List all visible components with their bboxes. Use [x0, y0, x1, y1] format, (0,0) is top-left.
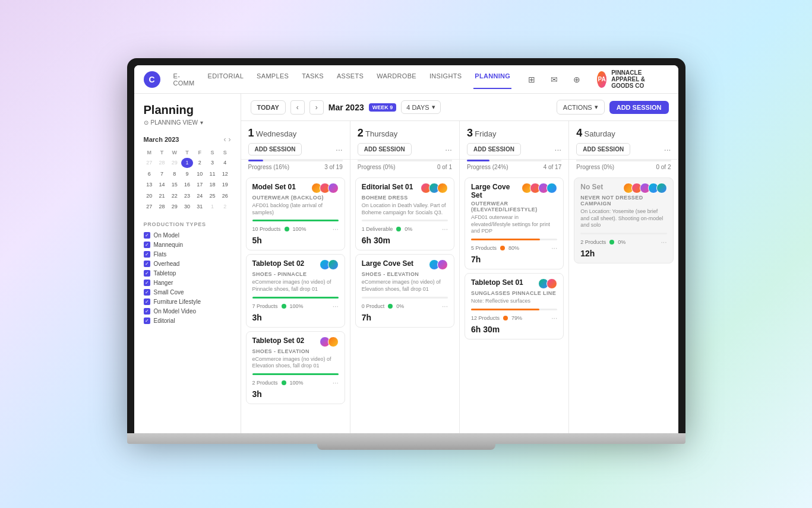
prod-checkbox[interactable]	[144, 270, 150, 277]
nav-item-editorial[interactable]: EDITORIAL	[207, 70, 245, 89]
prod-checkbox[interactable]	[144, 251, 150, 258]
mini-cal-day[interactable]: 9	[181, 169, 192, 179]
mini-cal-day[interactable]: 2	[194, 158, 206, 168]
add-session-friday[interactable]: ADD SESSION	[467, 143, 521, 155]
add-session-saturday[interactable]: ADD SESSION	[576, 143, 630, 155]
prod-checkbox[interactable]	[144, 280, 150, 286]
mini-cal-day[interactable]: 23	[181, 191, 192, 201]
mini-cal-day[interactable]: 26	[219, 191, 230, 201]
mini-cal-day[interactable]: 11	[207, 169, 218, 179]
session-more[interactable]: ···	[442, 225, 448, 233]
prod-checkbox[interactable]	[144, 289, 150, 296]
day-more-thursday[interactable]: ···	[445, 145, 452, 154]
mini-cal-day-today[interactable]: 1	[181, 158, 192, 168]
app-logo[interactable]: C	[144, 71, 160, 88]
mini-cal-day[interactable]: 6	[144, 169, 155, 179]
view-label[interactable]: ⊙ PLANNING VIEW ▾	[144, 119, 231, 126]
grid-icon[interactable]: ⊞	[523, 71, 540, 88]
mini-cal-day[interactable]: 18	[207, 180, 218, 190]
mini-cal-day[interactable]: 29	[169, 202, 180, 212]
actions-button[interactable]: ACTIONS ▾	[557, 100, 605, 115]
nav-item-planning[interactable]: PLANNING	[473, 70, 511, 89]
session-more[interactable]: ···	[442, 302, 448, 310]
prod-checkbox[interactable]	[144, 242, 150, 248]
session-more[interactable]: ···	[333, 302, 339, 310]
mini-cal-day[interactable]: 16	[181, 180, 192, 190]
session-card[interactable]: Editorial Set 01 BOHEME DRESS	[355, 177, 454, 250]
mail-icon[interactable]: ✉	[546, 71, 563, 88]
prod-type-overhead[interactable]: Overhead	[144, 261, 231, 267]
day-more-friday[interactable]: ···	[555, 145, 562, 154]
user-menu[interactable]: PA PINNACLE APPAREL & GOODS CO	[597, 69, 668, 89]
add-session-thursday[interactable]: ADD SESSION	[358, 143, 412, 155]
mini-cal-day[interactable]: 19	[219, 180, 230, 190]
prod-checkbox[interactable]	[144, 232, 150, 239]
session-card[interactable]: Tabletop Set 02 SHOES - PINNACLE eCommer…	[246, 254, 345, 327]
prod-type-on-model-video[interactable]: On Model Video	[144, 308, 231, 315]
nav-item-tasks[interactable]: TASKS	[301, 70, 325, 89]
session-card[interactable]: Model Set 01 OUTERWEAR (BACKLOG)	[246, 177, 345, 250]
prod-type-editorial[interactable]: Editorial	[144, 318, 231, 324]
mini-cal-day[interactable]: 1	[207, 202, 218, 212]
day-more-wednesday[interactable]: ···	[336, 145, 343, 154]
mini-cal-day[interactable]: 2	[219, 202, 230, 212]
prod-type-mannequin[interactable]: Mannequin	[144, 242, 231, 248]
mini-cal-day[interactable]: 20	[144, 191, 155, 201]
session-card[interactable]: Tabletop Set 02 SHOES - ELEVATION eComme…	[246, 331, 345, 404]
nav-item-ecomm[interactable]: E-COMM	[172, 70, 196, 89]
nav-item-wardrobe[interactable]: WARDROBE	[375, 70, 418, 89]
session-card[interactable]: Large Cove Set	[465, 177, 564, 269]
globe-icon[interactable]: ⊕	[568, 71, 585, 88]
nav-item-samples[interactable]: SAMPLES	[255, 70, 290, 89]
day-more-saturday[interactable]: ···	[664, 145, 671, 154]
session-card-no-set[interactable]: No Set	[574, 177, 673, 263]
prod-checkbox[interactable]	[144, 318, 150, 324]
prod-type-hanger[interactable]: Hanger	[144, 280, 231, 286]
prod-type-small-cove[interactable]: Small Cove	[144, 289, 231, 296]
prod-checkbox[interactable]	[144, 308, 150, 315]
mini-cal-day[interactable]: 7	[156, 169, 168, 179]
next-button[interactable]: ›	[309, 100, 324, 115]
mini-cal-day[interactable]: 12	[219, 169, 230, 179]
mini-cal-day[interactable]: 28	[156, 158, 168, 168]
session-more[interactable]: ···	[551, 314, 557, 322]
mini-cal-day[interactable]: 8	[169, 169, 180, 179]
prod-checkbox[interactable]	[144, 299, 150, 305]
prod-type-flats[interactable]: Flats	[144, 251, 231, 258]
mini-cal-day[interactable]: 25	[207, 191, 218, 201]
mini-cal-day[interactable]: 27	[144, 158, 155, 168]
prod-type-on-model[interactable]: On Model	[144, 232, 231, 239]
mini-cal-day[interactable]: 28	[156, 202, 168, 212]
session-card[interactable]: Large Cove Set SHOES - ELEVATION eCommer…	[355, 254, 454, 327]
prev-button[interactable]: ‹	[290, 100, 305, 115]
mini-cal-day[interactable]: 22	[169, 191, 180, 201]
mini-cal-day[interactable]: 3	[207, 158, 218, 168]
session-more[interactable]: ···	[333, 379, 339, 387]
mini-cal-next[interactable]: ›	[229, 135, 231, 144]
session-more[interactable]: ···	[661, 238, 666, 246]
nav-item-assets[interactable]: ASSETS	[336, 70, 365, 89]
mini-cal-day[interactable]: 15	[169, 180, 180, 190]
mini-cal-day[interactable]: 10	[194, 169, 206, 179]
session-more[interactable]: ···	[333, 225, 339, 233]
days-selector[interactable]: 4 DAYS ▾	[401, 100, 440, 114]
nav-item-insights[interactable]: INSIGHTS	[428, 70, 463, 89]
session-card[interactable]: Tabletop Set 01 SUNGLASSES PINNACLE LINE…	[465, 273, 564, 339]
mini-cal-day[interactable]: 30	[181, 202, 192, 212]
session-more[interactable]: ···	[551, 244, 557, 252]
mini-cal-day[interactable]: 27	[144, 202, 155, 212]
mini-cal-day[interactable]: 17	[194, 180, 206, 190]
mini-cal-prev[interactable]: ‹	[224, 135, 226, 144]
add-session-wednesday[interactable]: ADD SESSION	[248, 143, 302, 155]
prod-type-tabletop[interactable]: Tabletop	[144, 270, 231, 277]
mini-cal-day[interactable]: 31	[194, 202, 206, 212]
mini-cal-day[interactable]: 29	[169, 158, 180, 168]
prod-checkbox[interactable]	[144, 261, 150, 267]
mini-cal-day[interactable]: 24	[194, 191, 206, 201]
mini-cal-day[interactable]: 13	[144, 180, 155, 190]
mini-cal-day[interactable]: 21	[156, 191, 168, 201]
mini-cal-day[interactable]: 4	[219, 158, 230, 168]
add-session-button[interactable]: ADD SESSION	[609, 101, 669, 114]
prod-type-furniture[interactable]: Furniture Lifestyle	[144, 299, 231, 305]
today-button[interactable]: TODAY	[251, 100, 286, 115]
